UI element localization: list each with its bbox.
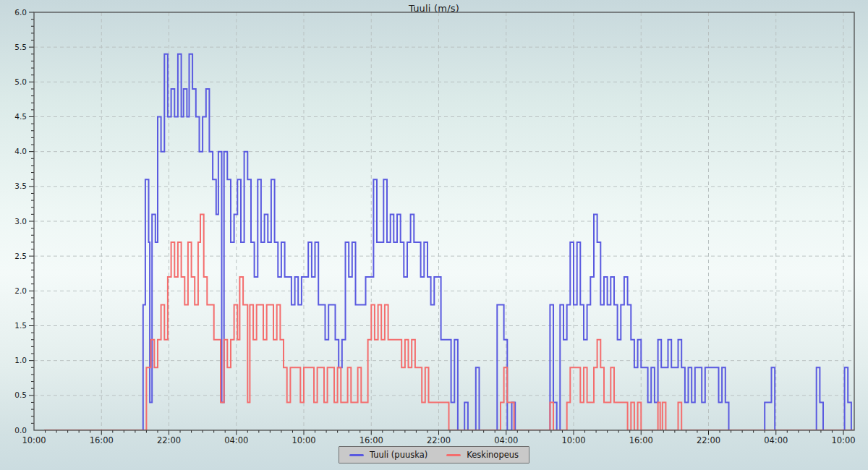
svg-text:04:00: 04:00 bbox=[764, 435, 788, 445]
svg-text:10:00: 10:00 bbox=[561, 435, 585, 445]
svg-text:5.5: 5.5 bbox=[14, 43, 27, 51]
svg-text:22:00: 22:00 bbox=[427, 435, 451, 445]
svg-text:16:00: 16:00 bbox=[359, 435, 383, 445]
svg-text:16:00: 16:00 bbox=[629, 435, 653, 445]
chart-svg: 0.00.51.01.52.02.53.03.54.04.55.05.56.01… bbox=[0, 0, 868, 470]
svg-text:04:00: 04:00 bbox=[224, 435, 248, 445]
svg-text:1.5: 1.5 bbox=[14, 321, 27, 330]
svg-text:4.5: 4.5 bbox=[14, 112, 27, 121]
svg-text:0.0: 0.0 bbox=[14, 426, 27, 435]
svg-text:22:00: 22:00 bbox=[157, 435, 181, 445]
svg-text:6.0: 6.0 bbox=[14, 8, 27, 17]
svg-text:16:00: 16:00 bbox=[90, 435, 114, 445]
svg-text:0.5: 0.5 bbox=[14, 390, 27, 399]
svg-text:10:00: 10:00 bbox=[22, 435, 46, 445]
svg-text:10:00: 10:00 bbox=[831, 435, 855, 445]
y-axis-labels: 0.00.51.01.52.02.53.03.54.04.55.05.56.0 bbox=[14, 8, 27, 435]
svg-text:2.5: 2.5 bbox=[14, 252, 27, 260]
svg-text:5.0: 5.0 bbox=[14, 77, 27, 86]
svg-text:2.0: 2.0 bbox=[14, 286, 27, 295]
svg-text:10:00: 10:00 bbox=[292, 435, 315, 445]
svg-text:22:00: 22:00 bbox=[697, 435, 720, 445]
svg-text:3.5: 3.5 bbox=[14, 181, 27, 190]
x-axis-labels: 10:0016:0022:0004:0010:0016:0022:0004:00… bbox=[22, 435, 855, 445]
svg-text:3.0: 3.0 bbox=[14, 217, 27, 226]
svg-text:04:00: 04:00 bbox=[494, 435, 518, 445]
series-line-average bbox=[44, 214, 854, 430]
plot-area: 0.00.51.01.52.02.53.03.54.04.55.05.56.01… bbox=[0, 0, 868, 470]
svg-text:4.0: 4.0 bbox=[14, 147, 27, 155]
series-line-gust bbox=[44, 54, 854, 430]
svg-text:1.0: 1.0 bbox=[14, 356, 27, 364]
